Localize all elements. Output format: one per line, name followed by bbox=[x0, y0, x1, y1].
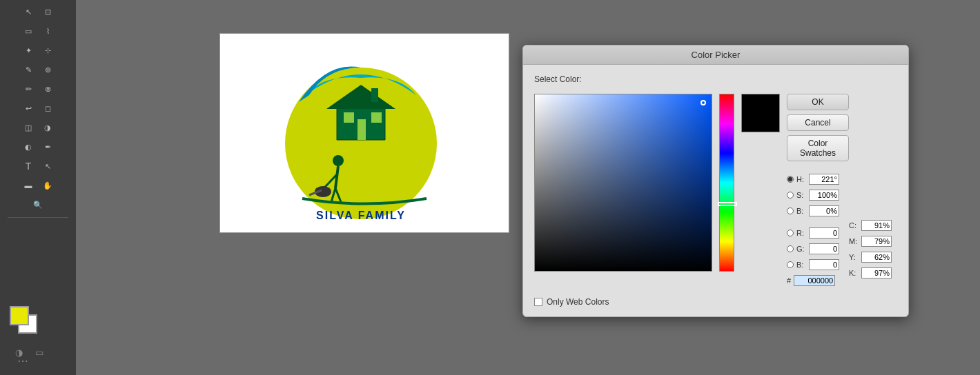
red-field[interactable] bbox=[809, 227, 839, 239]
saturation-label: S: bbox=[796, 191, 806, 199]
blue-label: B: bbox=[796, 261, 806, 269]
hash-symbol: # bbox=[787, 276, 791, 285]
document-canvas: SILVA FAMILY CLEANING SERVICE LLC bbox=[219, 33, 509, 233]
ok-button[interactable]: OK bbox=[787, 94, 849, 110]
toolbar: ↖ ⊡ ▭ ⌇ ✦ ⊹ ✎ ⊕ ✏ ⊗ bbox=[0, 0, 76, 375]
brightness-field[interactable] bbox=[809, 205, 839, 216]
cmyk-inputs: C: M: Y: bbox=[849, 172, 892, 286]
green-field[interactable] bbox=[809, 243, 839, 254]
brush-tool[interactable]: ✏ bbox=[19, 80, 37, 98]
magenta-input-row: M: bbox=[849, 234, 892, 248]
hue-field[interactable] bbox=[809, 174, 839, 185]
saturation-field[interactable] bbox=[809, 190, 839, 201]
magenta-label: M: bbox=[849, 237, 859, 245]
cyan-label: C: bbox=[849, 221, 859, 230]
blue-input-row: B: bbox=[787, 258, 839, 272]
select-color-label: Select Color: bbox=[534, 74, 897, 84]
color-picker-dialog: Color Picker Select Color: OK Cancel bbox=[522, 45, 909, 317]
tool-row-1: ↖ ⊡ bbox=[19, 3, 57, 21]
svg-rect-5 bbox=[357, 119, 366, 140]
crop-tool[interactable]: ⊹ bbox=[39, 41, 57, 59]
color-swatches-button[interactable]: Color Swatches bbox=[787, 135, 849, 161]
move-tool[interactable]: ↖ bbox=[19, 3, 37, 21]
yellow-label: Y: bbox=[849, 253, 859, 261]
saturation-radio[interactable] bbox=[787, 192, 794, 199]
healing-brush-tool[interactable]: ⊕ bbox=[39, 61, 57, 79]
dodge-tool[interactable]: ◐ bbox=[19, 138, 37, 156]
tool-row-11: 🔍 bbox=[29, 196, 47, 214]
yellow-input-row: Y: bbox=[849, 250, 892, 264]
dialog-body: Select Color: OK Cancel Color Swatches bbox=[523, 65, 908, 316]
toolbar-separator bbox=[8, 217, 68, 218]
green-input-row: G: bbox=[787, 242, 839, 256]
dialog-buttons: OK Cancel Color Swatches bbox=[787, 94, 892, 161]
hue-cursor bbox=[718, 202, 737, 206]
hue-slider[interactable] bbox=[719, 94, 734, 272]
magenta-field[interactable] bbox=[861, 236, 892, 247]
tool-row-10: ▬ ✋ bbox=[19, 176, 57, 194]
lasso-tool[interactable]: ⌇ bbox=[39, 22, 57, 40]
cancel-button[interactable]: Cancel bbox=[787, 114, 849, 131]
hand-tool[interactable]: ✋ bbox=[39, 176, 57, 194]
extra-tools[interactable]: ⋯ bbox=[14, 352, 32, 369]
cyan-field[interactable] bbox=[861, 220, 892, 231]
black-input-row: K: bbox=[849, 266, 892, 280]
hue-radio[interactable] bbox=[787, 176, 794, 183]
dialog-title: Color Picker bbox=[692, 50, 741, 60]
zoom-tool[interactable]: 🔍 bbox=[29, 196, 47, 214]
artboard-tool[interactable]: ⊡ bbox=[39, 3, 57, 21]
dialog-titlebar: Color Picker bbox=[523, 45, 908, 65]
eraser-tool[interactable]: ◻ bbox=[39, 99, 57, 117]
hex-field[interactable] bbox=[794, 275, 835, 286]
brightness-radio[interactable] bbox=[787, 207, 794, 214]
svg-rect-6 bbox=[371, 88, 378, 102]
hue-label: H: bbox=[796, 175, 806, 183]
black-field[interactable] bbox=[861, 267, 892, 278]
color-inputs-section: H: S: B: bbox=[787, 172, 892, 286]
black-label: K: bbox=[849, 269, 859, 277]
logo-svg: SILVA FAMILY CLEANING SERVICE LLC bbox=[233, 40, 496, 226]
quick-select-tool[interactable]: ✦ bbox=[19, 41, 37, 59]
rectangle-shape-tool[interactable]: ▬ bbox=[19, 176, 37, 194]
red-label: R: bbox=[796, 229, 806, 237]
gradient-tool[interactable]: ◫ bbox=[19, 119, 37, 136]
pen-tool[interactable]: ✒ bbox=[39, 138, 57, 156]
hsb-rgb-inputs: H: S: B: bbox=[787, 172, 839, 286]
screen-mode[interactable]: ▭ bbox=[30, 343, 48, 361]
gradient-cursor bbox=[700, 100, 706, 105]
gradient-field-inner bbox=[535, 94, 712, 271]
clone-stamp-tool[interactable]: ⊗ bbox=[39, 80, 57, 98]
foreground-color-swatch[interactable] bbox=[10, 306, 29, 325]
blue-radio[interactable] bbox=[787, 261, 794, 268]
tool-row-8: ◐ ✒ bbox=[19, 138, 57, 156]
tool-row-2: ▭ ⌇ bbox=[19, 22, 57, 40]
tool-row-6: ↩ ◻ bbox=[19, 99, 57, 117]
tool-row-3: ✦ ⊹ bbox=[19, 41, 57, 59]
saturation-input-row: S: bbox=[787, 188, 839, 202]
cyan-input-row: C: bbox=[849, 219, 892, 232]
svg-text:SILVA FAMILY: SILVA FAMILY bbox=[316, 210, 406, 221]
tool-row-4: ✎ ⊕ bbox=[19, 61, 57, 79]
brightness-input-row: B: bbox=[787, 204, 839, 218]
green-label: G: bbox=[796, 245, 806, 253]
web-colors-label: Only Web Colors bbox=[547, 297, 609, 307]
yellow-field[interactable] bbox=[861, 252, 892, 263]
history-brush-tool[interactable]: ↩ bbox=[19, 99, 37, 117]
blue-field[interactable] bbox=[809, 259, 839, 270]
brightness-label: B: bbox=[796, 207, 806, 215]
svg-rect-3 bbox=[344, 112, 354, 123]
web-colors-checkbox[interactable] bbox=[534, 298, 542, 306]
path-selection-tool[interactable]: ↖ bbox=[39, 157, 57, 175]
tool-row-5: ✏ ⊗ bbox=[19, 80, 57, 98]
text-tool[interactable]: T bbox=[19, 157, 37, 175]
web-colors-row: Only Web Colors bbox=[534, 297, 897, 307]
green-radio[interactable] bbox=[787, 245, 794, 252]
tool-row-7: ◫ ◑ bbox=[19, 119, 57, 136]
color-gradient-field[interactable] bbox=[534, 94, 712, 272]
svg-rect-4 bbox=[371, 112, 382, 123]
marquee-rect-tool[interactable]: ▭ bbox=[19, 22, 37, 40]
svg-point-7 bbox=[333, 155, 344, 166]
eyedropper-tool[interactable]: ✎ bbox=[19, 61, 37, 79]
red-radio[interactable] bbox=[787, 230, 794, 236]
blur-tool[interactable]: ◑ bbox=[39, 119, 57, 136]
